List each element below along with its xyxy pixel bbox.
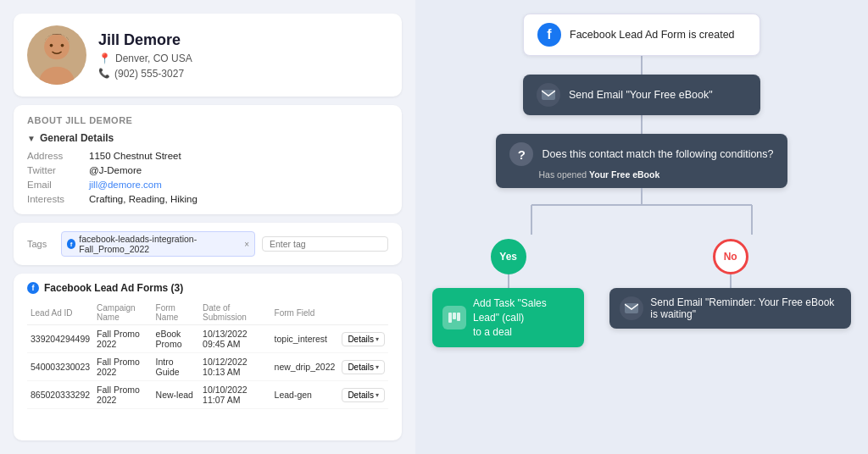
lead-forms-card: f Facebook Lead Ad Forms (3) Lead Ad ID … bbox=[14, 274, 402, 440]
lead-forms-table: Lead Ad ID Campaign Name Form Name Date … bbox=[27, 301, 388, 409]
profile-phone: 📞 (902) 555-3027 bbox=[98, 68, 192, 80]
svg-rect-10 bbox=[453, 313, 456, 319]
cell-lead-id: 865020333292 bbox=[27, 381, 93, 409]
svg-point-1 bbox=[40, 67, 75, 85]
tag-pill: f facebook-leadads-integration-Fall_Prom… bbox=[61, 231, 255, 257]
cell-lead-id: 339204294499 bbox=[27, 325, 93, 353]
col-campaign: Campaign Name bbox=[93, 301, 153, 325]
svg-point-0 bbox=[44, 35, 70, 60]
cell-campaign: Fall Promo 2022 bbox=[93, 353, 153, 381]
twitter-label: Twitter bbox=[27, 165, 82, 175]
address-value: 1150 Chestnut Street bbox=[89, 151, 388, 161]
facebook-icon: f bbox=[27, 282, 39, 294]
interests-label: Interests bbox=[27, 194, 82, 204]
fields-grid: Address 1150 Chestnut Street Twitter @J-… bbox=[27, 151, 388, 204]
yes-branch: Yes Add Task "Sales Lead" (call)to a dea… bbox=[432, 239, 584, 347]
cell-actions: Details ▾ bbox=[338, 325, 388, 353]
lead-forms-title: Facebook Lead Ad Forms (3) bbox=[44, 282, 183, 294]
no-label: No bbox=[713, 239, 748, 274]
yes-action-label: Add Task "Sales Lead" (call)to a deal bbox=[473, 296, 574, 339]
cell-field: Lead-gen bbox=[271, 381, 339, 409]
cell-field: new_drip_2022 bbox=[271, 353, 339, 381]
connector-2 bbox=[641, 115, 643, 134]
cell-date: 10/12/2022 10:13 AM bbox=[199, 353, 271, 381]
section-header: ▼ General Details bbox=[27, 132, 388, 144]
tags-card: Tags f facebook-leadads-integration-Fall… bbox=[14, 223, 402, 265]
task-icon bbox=[442, 306, 466, 329]
profile-info: Jill Demore 📍 Denver, CO USA 📞 (902) 555… bbox=[98, 31, 192, 80]
about-title: About Jill Demore bbox=[27, 115, 388, 125]
trigger-node[interactable]: f Facebook Lead Ad Form is created bbox=[523, 14, 760, 56]
svg-rect-12 bbox=[625, 303, 638, 313]
phone-icon: 📞 bbox=[98, 68, 110, 79]
no-action-node[interactable]: Send Email "Reminder: Your Free eBook is… bbox=[609, 288, 851, 329]
svg-rect-9 bbox=[448, 313, 452, 323]
profile-card: Jill Demore 📍 Denver, CO USA 📞 (902) 555… bbox=[14, 14, 402, 97]
table-row: 540003230023 Fall Promo 2022 Intro Guide… bbox=[27, 353, 388, 381]
cell-date: 10/10/2022 11:07 AM bbox=[199, 381, 271, 409]
dropdown-arrow-icon: ▾ bbox=[376, 335, 379, 343]
condition-sub-bold: Your Free eBook bbox=[589, 169, 659, 180]
condition-sub: Has opened Your Free eBook bbox=[538, 169, 659, 180]
location-icon: 📍 bbox=[98, 53, 111, 64]
dropdown-arrow-icon: ▾ bbox=[376, 363, 379, 371]
condition-node[interactable]: ? Does this contact match the following … bbox=[496, 134, 787, 188]
yes-label: Yes bbox=[491, 239, 526, 274]
cell-campaign: Fall Promo 2022 bbox=[93, 325, 153, 353]
action-email-label: Send Email "Your Free eBook" bbox=[569, 89, 713, 101]
profile-location: 📍 Denver, CO USA bbox=[98, 53, 192, 64]
col-date: Date of Submission bbox=[199, 301, 271, 325]
condition-row: ? Does this contact match the following … bbox=[509, 142, 773, 166]
connector-1 bbox=[641, 56, 643, 75]
cell-campaign: Fall Promo 2022 bbox=[93, 381, 153, 409]
yes-connector bbox=[508, 274, 509, 288]
no-branch: No Send Email "Reminder: Your Free eBook… bbox=[609, 239, 851, 329]
dropdown-arrow-icon: ▾ bbox=[376, 391, 379, 399]
details-button[interactable]: Details ▾ bbox=[342, 332, 385, 346]
email-label: Email bbox=[27, 180, 82, 190]
table-row: 339204294499 Fall Promo 2022 eBook Promo… bbox=[27, 325, 388, 353]
tag-text: facebook-leadads-integration-Fall_Promo_… bbox=[79, 234, 239, 254]
cell-form: New-lead bbox=[153, 381, 199, 409]
svg-rect-11 bbox=[457, 313, 460, 321]
yes-action-node[interactable]: Add Task "Sales Lead" (call)to a deal bbox=[432, 288, 584, 347]
cell-field: topic_interest bbox=[271, 325, 339, 353]
workflow-container: f Facebook Lead Ad Form is created Send … bbox=[432, 14, 851, 347]
cell-date: 10/13/2022 09:45 AM bbox=[199, 325, 271, 353]
email-value: jill@demore.com bbox=[89, 180, 388, 190]
cell-actions: Details ▾ bbox=[338, 353, 388, 381]
chevron-icon: ▼ bbox=[27, 134, 36, 143]
address-label: Address bbox=[27, 151, 82, 161]
facebook-trigger-icon: f bbox=[537, 23, 561, 47]
tag-facebook-icon: f bbox=[67, 239, 75, 249]
condition-icon: ? bbox=[509, 142, 533, 166]
profile-name: Jill Demore bbox=[98, 31, 192, 49]
cell-lead-id: 540003230023 bbox=[27, 353, 93, 381]
svg-point-3 bbox=[61, 44, 64, 47]
svg-point-2 bbox=[50, 44, 53, 47]
cell-actions: Details ▾ bbox=[338, 381, 388, 409]
interests-value: Crafting, Reading, Hiking bbox=[89, 194, 388, 204]
col-form: Form Name bbox=[153, 301, 199, 325]
no-action-label: Send Email "Reminder: Your Free eBook is… bbox=[650, 296, 841, 320]
action-send-email-node[interactable]: Send Email "Your Free eBook" bbox=[523, 75, 760, 115]
branch-svg bbox=[464, 188, 820, 239]
no-email-icon bbox=[620, 296, 643, 320]
twitter-value: @J-Demore bbox=[89, 165, 388, 175]
table-row: 865020333292 Fall Promo 2022 New-lead 10… bbox=[27, 381, 388, 409]
branch-connector bbox=[432, 188, 851, 239]
svg-rect-4 bbox=[542, 90, 555, 100]
tag-close-button[interactable]: × bbox=[244, 240, 249, 249]
cell-form: eBook Promo bbox=[153, 325, 199, 353]
right-panel: f Facebook Lead Ad Form is created Send … bbox=[415, 0, 868, 454]
yes-no-row: Yes Add Task "Sales Lead" (call)to a dea… bbox=[432, 239, 851, 347]
details-button[interactable]: Details ▾ bbox=[342, 360, 385, 374]
lead-forms-header: f Facebook Lead Ad Forms (3) bbox=[27, 282, 388, 294]
no-connector bbox=[730, 274, 732, 288]
left-panel: Jill Demore 📍 Denver, CO USA 📞 (902) 555… bbox=[0, 0, 415, 454]
details-button[interactable]: Details ▾ bbox=[342, 388, 385, 402]
col-field: Form Field bbox=[271, 301, 339, 325]
tag-input[interactable] bbox=[262, 236, 388, 252]
condition-label: Does this contact match the following co… bbox=[542, 148, 773, 160]
cell-form: Intro Guide bbox=[153, 353, 199, 381]
